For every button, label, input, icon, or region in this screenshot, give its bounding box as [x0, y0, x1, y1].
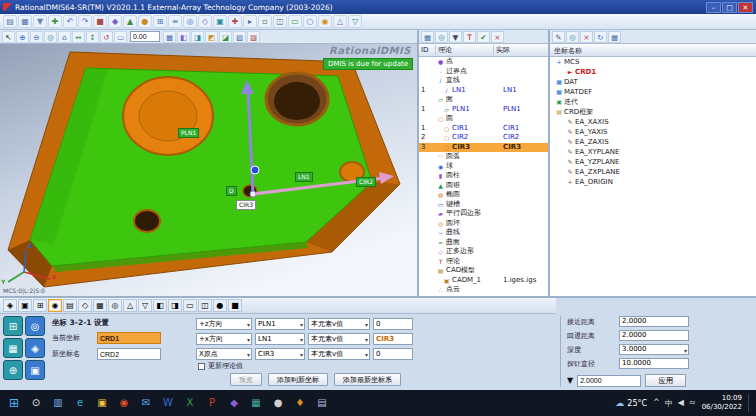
toolbar-icon[interactable]: ▸	[243, 15, 257, 28]
viewport-tool-icon[interactable]: ▦	[163, 31, 176, 43]
toolbar-icon[interactable]: ≡	[168, 15, 182, 28]
panel-tool-icon[interactable]: T	[463, 31, 476, 43]
value-type-select[interactable]: 本元素v值	[308, 318, 370, 330]
apply-button[interactable]: 应用	[645, 374, 686, 387]
taskbar-app-icon[interactable]: ▣	[92, 393, 112, 413]
feature-row[interactable]: ▣ CADM_1 1.iges.igs	[419, 276, 548, 286]
panel-tool-icon[interactable]: ×	[580, 31, 593, 43]
setup-button[interactable]: 添加最新坐标系	[334, 373, 401, 386]
viewport-tool-icon[interactable]: ↔	[72, 31, 85, 43]
feature-row[interactable]: ∕ 直线	[419, 76, 548, 86]
feature-row[interactable]: ∼ 曲线	[419, 228, 548, 238]
offset-value-field[interactable]: 0	[373, 348, 413, 360]
bottom-tab-icon[interactable]: ▽	[138, 299, 152, 312]
label-cir2[interactable]: CIR2	[356, 177, 376, 187]
viewport-tool-icon[interactable]: ↕	[86, 31, 99, 43]
quick-button[interactable]: ⊕	[3, 360, 23, 380]
taskbar-app-icon[interactable]: ✉	[136, 393, 156, 413]
bottom-tab-icon[interactable]: △	[123, 299, 137, 312]
coordinate-row[interactable]: ▦ MATDEF	[550, 87, 756, 97]
feature-row[interactable]: ▱ 面	[419, 95, 548, 105]
tray-icon[interactable]: 中	[665, 398, 673, 409]
toolbar-icon[interactable]: ▦	[18, 15, 32, 28]
panel-tool-icon[interactable]: ✎	[552, 31, 565, 43]
feature-row[interactable]: ● 点	[419, 57, 548, 67]
coordinate-row[interactable]: + MCS	[550, 57, 756, 67]
coordinate-row[interactable]: ✎ EA_XYPLANE	[550, 147, 756, 157]
bottom-tab-icon[interactable]: ▭	[183, 299, 197, 312]
bottom-tab-icon[interactable]: ◨	[168, 299, 182, 312]
viewport-tool-icon[interactable]: ◨	[191, 31, 204, 43]
current-coord-field[interactable]	[97, 332, 161, 344]
feature-row[interactable]: ◉ 球	[419, 162, 548, 172]
feature-row[interactable]: 3 ○ CIR3 CIR3	[419, 143, 548, 153]
viewport-tool-icon[interactable]: ⌂	[58, 31, 71, 43]
bottom-tab-icon[interactable]: ■	[228, 299, 242, 312]
toolbar-icon[interactable]: ✚	[48, 15, 62, 28]
toolbar-icon[interactable]: ◆	[108, 15, 122, 28]
panel-tool-icon[interactable]: ▦	[421, 31, 434, 43]
label-d[interactable]: D	[226, 186, 237, 196]
feature-row[interactable]: 2 ○ CIR2 CIR2	[419, 133, 548, 143]
toolbar-icon[interactable]: ■	[93, 15, 107, 28]
show-desktop-button[interactable]	[748, 394, 752, 412]
direction-select[interactable]: +x方向	[196, 333, 252, 345]
feature-row[interactable]: 1 ∕ LN1 LN1	[419, 86, 548, 96]
viewport-tool-icon[interactable]: ↖	[2, 31, 15, 43]
toolbar-icon[interactable]: ◇	[198, 15, 212, 28]
direction-select[interactable]: +z方向	[196, 318, 252, 330]
viewport-tool-icon[interactable]: ▧	[233, 31, 246, 43]
feature-row[interactable]: ∴ 点云	[419, 285, 548, 295]
update-theoretical-checkbox[interactable]: 更新理论值	[198, 361, 243, 371]
viewport-tool-icon[interactable]: ⊖	[30, 31, 43, 43]
bottom-tab-icon[interactable]: ▦	[93, 299, 107, 312]
feature-row[interactable]: ○ 圆	[419, 114, 548, 124]
toolbar-icon[interactable]: ↶	[63, 15, 77, 28]
distance-field[interactable]: 3.0000	[619, 344, 689, 355]
taskbar-app-icon[interactable]: ♦	[290, 393, 310, 413]
weather-widget[interactable]: ☁ 25°C	[615, 398, 647, 408]
feature-select[interactable]: CIR3	[255, 348, 305, 360]
coordinate-row[interactable]: ▦ DAT	[550, 77, 756, 87]
taskbar-app-icon[interactable]: ▥	[48, 393, 68, 413]
toolbar-icon[interactable]: △	[333, 15, 347, 28]
viewport-tool-icon[interactable]: ⊕	[16, 31, 29, 43]
setup-button[interactable]: 添加到新坐标	[268, 373, 328, 386]
viewport-tool-icon[interactable]: ◩	[205, 31, 218, 43]
taskbar-clock[interactable]: 10:09 06/30/2022	[702, 394, 742, 412]
distance-field[interactable]: 2.0000	[619, 316, 689, 327]
viewport-tool-icon[interactable]: ↺	[100, 31, 113, 43]
toolbar-icon[interactable]: ▣	[213, 15, 227, 28]
tray-icon[interactable]: ≈	[689, 398, 696, 409]
coordinate-row[interactable]: ✎ EA_YZPLANE	[550, 157, 756, 167]
taskbar-app-icon[interactable]: ⊙	[26, 393, 46, 413]
feature-row[interactable]: ◇ 正多边形	[419, 247, 548, 257]
distance-field[interactable]: 2.0000	[619, 330, 689, 341]
quick-button[interactable]: ▦	[3, 338, 23, 358]
distance-field[interactable]: 10.0000	[619, 358, 689, 369]
minimize-button[interactable]: –	[706, 2, 721, 13]
feature-row[interactable]: ◦ 过界点	[419, 67, 548, 77]
taskbar-app-icon[interactable]: X	[180, 393, 200, 413]
taskbar-app-icon[interactable]: ▤	[312, 393, 332, 413]
panel-tool-icon[interactable]: ×	[491, 31, 504, 43]
panel-tool-icon[interactable]: ▦	[608, 31, 621, 43]
coordinate-row[interactable]: ▤ CRD框架	[550, 107, 756, 117]
viewport-zoom-input[interactable]	[130, 31, 160, 42]
taskbar-app-icon[interactable]: ◉	[114, 393, 134, 413]
label-ln1[interactable]: LN1	[295, 172, 313, 182]
start-button-icon[interactable]: ⊞	[4, 396, 24, 410]
panel-tool-icon[interactable]: ▼	[449, 31, 462, 43]
direction-select[interactable]: X原点	[196, 348, 252, 360]
taskbar-app-icon[interactable]: ▦	[246, 393, 266, 413]
toolbar-icon[interactable]: ▽	[348, 15, 362, 28]
feature-row[interactable]: ≈ 曲面	[419, 238, 548, 248]
quick-button[interactable]: ▣	[25, 360, 45, 380]
viewport-tool-icon[interactable]: ▨	[247, 31, 260, 43]
viewport-tool-icon[interactable]: ◪	[219, 31, 232, 43]
bottom-tab-icon[interactable]: ⊞	[33, 299, 47, 312]
toolbar-icon[interactable]: ▼	[33, 15, 47, 28]
toolbar-icon[interactable]: ◫	[273, 15, 287, 28]
setup-button[interactable]: 预览	[230, 373, 262, 386]
bottom-tab-icon[interactable]: ◎	[108, 299, 122, 312]
